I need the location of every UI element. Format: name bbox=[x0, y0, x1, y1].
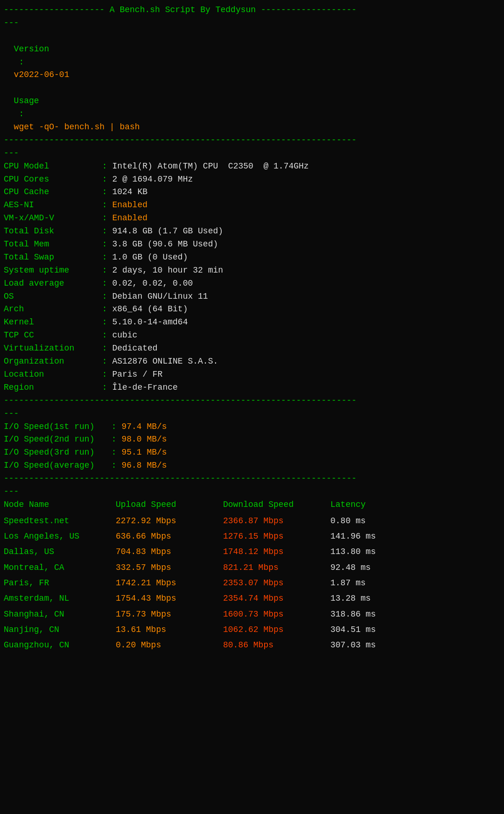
network-row-download: 1276.15 Mbps bbox=[223, 529, 330, 544]
system-row-colon: : bbox=[97, 239, 112, 249]
usage-label: Usage bbox=[14, 95, 98, 108]
system-row: Kernel : 5.10.0-14-amd64 bbox=[4, 316, 500, 329]
system-row-value: 1024 KB bbox=[112, 187, 147, 196]
network-row-latency: 307.03 ms bbox=[330, 638, 400, 653]
io-row-label: I/O Speed(average) bbox=[4, 459, 106, 472]
network-row-node: Amsterdam, NL bbox=[4, 591, 116, 606]
system-row-colon: : bbox=[97, 253, 112, 262]
network-row-download: 2354.74 Mbps bbox=[223, 591, 330, 606]
system-row-colon: : bbox=[97, 370, 112, 379]
divider-2: ----------------------------------------… bbox=[4, 394, 500, 407]
system-row-label: CPU Cores bbox=[4, 173, 97, 186]
system-row-label: Region bbox=[4, 381, 97, 394]
network-rows-container: Speedtest.net2272.92 Mbps2366.87 Mbps0.8… bbox=[4, 513, 500, 653]
network-row-upload: 0.20 Mbps bbox=[116, 638, 223, 653]
system-row-colon: : bbox=[97, 344, 112, 353]
network-row-node: Dallas, US bbox=[4, 544, 116, 560]
io-row: I/O Speed(2nd run) : 98.0 MB/s bbox=[4, 433, 500, 446]
io-row-colon: : bbox=[106, 435, 121, 444]
io-row-value: 96.8 MB/s bbox=[121, 461, 167, 470]
network-row-latency: 13.28 ms bbox=[330, 591, 400, 606]
usage-colon: : bbox=[14, 109, 29, 119]
system-row: Load average : 0.02, 0.02, 0.00 bbox=[4, 277, 500, 290]
divider-3: ----------------------------------------… bbox=[4, 472, 500, 485]
system-row-colon: : bbox=[97, 187, 112, 196]
network-row-upload: 13.61 Mbps bbox=[116, 622, 223, 638]
network-row-download: 1062.62 Mbps bbox=[223, 622, 330, 638]
system-row: VM-x/AMD-V : Enabled bbox=[4, 212, 500, 225]
network-row-node: Montreal, CA bbox=[4, 560, 116, 575]
usage-value: wget -qO- bench.sh | bash bbox=[14, 122, 140, 132]
io-row-value: 98.0 MB/s bbox=[121, 435, 167, 444]
system-row-value: x86_64 (64 Bit) bbox=[112, 304, 188, 314]
network-dashes: --- bbox=[4, 485, 500, 498]
system-row-label: System uptime bbox=[4, 264, 97, 277]
system-row: Region : Île-de-France bbox=[4, 381, 500, 394]
network-row-upload: 636.66 Mbps bbox=[116, 529, 223, 544]
io-row-label: I/O Speed(3rd run) bbox=[4, 446, 106, 459]
network-row: Speedtest.net2272.92 Mbps2366.87 Mbps0.8… bbox=[4, 513, 500, 529]
system-row-colon: : bbox=[97, 266, 112, 275]
system-row-value: 0.02, 0.02, 0.00 bbox=[112, 279, 193, 288]
system-row: Total Mem : 3.8 GB (90.6 MB Used) bbox=[4, 238, 500, 251]
col-header-latency: Latency bbox=[330, 498, 400, 512]
network-row: Paris, FR1742.21 Mbps2353.07 Mbps1.87 ms bbox=[4, 575, 500, 591]
version-value: v2022-06-01 bbox=[14, 70, 70, 79]
system-row-value: Dedicated bbox=[112, 344, 157, 353]
system-row-value: 2 days, 10 hour 32 min bbox=[112, 266, 223, 275]
network-row-node: Shanghai, CN bbox=[4, 607, 116, 622]
system-row-colon: : bbox=[97, 200, 112, 210]
system-row-label: Total Mem bbox=[4, 238, 97, 251]
usage-row: Usage : wget -qO- bench.sh | bash bbox=[4, 82, 500, 134]
system-row-colon: : bbox=[97, 213, 112, 223]
io-dashes: --- bbox=[4, 407, 500, 421]
network-row-latency: 1.87 ms bbox=[330, 575, 400, 591]
system-row-value: Enabled bbox=[112, 213, 147, 223]
header-title: -------------------- A Bench.sh Script B… bbox=[4, 4, 500, 17]
system-row-label: OS bbox=[4, 290, 97, 303]
io-row: I/O Speed(1st run) : 97.4 MB/s bbox=[4, 421, 500, 434]
system-row: System uptime : 2 days, 10 hour 32 min bbox=[4, 264, 500, 277]
network-row-latency: 141.96 ms bbox=[330, 529, 400, 544]
network-row-download: 821.21 Mbps bbox=[223, 560, 330, 575]
system-row-label: Kernel bbox=[4, 316, 97, 329]
system-row: TCP CC : cubic bbox=[4, 329, 500, 342]
network-row: Montreal, CA332.57 Mbps821.21 Mbps92.48 … bbox=[4, 560, 500, 575]
system-row-label: Virtualization bbox=[4, 342, 97, 355]
system-row-value: 914.8 GB (1.7 GB Used) bbox=[112, 226, 223, 236]
version-colon: : bbox=[14, 57, 29, 67]
network-row-upload: 1742.21 Mbps bbox=[116, 575, 223, 591]
io-row-value: 95.1 MB/s bbox=[121, 448, 167, 457]
header-dashes: --- bbox=[4, 17, 500, 30]
network-row-download: 1600.73 Mbps bbox=[223, 607, 330, 622]
system-row-label: TCP CC bbox=[4, 329, 97, 342]
system-row-label: Load average bbox=[4, 277, 97, 290]
network-row-upload: 1754.43 Mbps bbox=[116, 591, 223, 606]
system-row-value: Enabled bbox=[112, 200, 147, 210]
network-row-upload: 704.83 Mbps bbox=[116, 544, 223, 560]
system-row: Total Disk : 914.8 GB (1.7 GB Used) bbox=[4, 225, 500, 238]
network-row-download: 80.86 Mbps bbox=[223, 638, 330, 653]
system-row-label: Arch bbox=[4, 303, 97, 316]
network-row-upload: 175.73 Mbps bbox=[116, 607, 223, 622]
system-row-label: AES-NI bbox=[4, 199, 97, 212]
network-row: Nanjing, CN13.61 Mbps1062.62 Mbps304.51 … bbox=[4, 622, 500, 638]
network-row-latency: 304.51 ms bbox=[330, 622, 400, 638]
system-row: Organization : AS12876 ONLINE S.A.S. bbox=[4, 355, 500, 368]
network-row-download: 2353.07 Mbps bbox=[223, 575, 330, 591]
network-row-download: 1748.12 Mbps bbox=[223, 544, 330, 560]
system-row: Virtualization : Dedicated bbox=[4, 342, 500, 355]
system-row: Total Swap : 1.0 GB (0 Used) bbox=[4, 251, 500, 264]
io-row: I/O Speed(average) : 96.8 MB/s bbox=[4, 459, 500, 472]
col-header-upload: Upload Speed bbox=[116, 498, 223, 512]
system-row-colon: : bbox=[97, 279, 112, 288]
system-row-value: Paris / FR bbox=[112, 370, 162, 379]
network-row-node: Los Angeles, US bbox=[4, 529, 116, 544]
system-row-value: Debian GNU/Linux 11 bbox=[112, 292, 208, 301]
system-row: AES-NI : Enabled bbox=[4, 199, 500, 212]
system-row-colon: : bbox=[97, 292, 112, 301]
io-row-value: 97.4 MB/s bbox=[121, 422, 167, 431]
system-dashes: --- bbox=[4, 147, 500, 160]
system-row: CPU Cache : 1024 KB bbox=[4, 186, 500, 199]
io-row-label: I/O Speed(2nd run) bbox=[4, 433, 106, 446]
